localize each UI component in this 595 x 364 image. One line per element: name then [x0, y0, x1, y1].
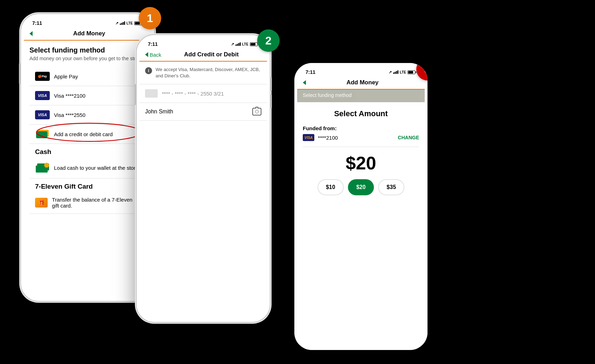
phone-1-screen: 7:11 ↗ LTE Add	[24, 18, 151, 297]
volume-down-btn-2	[271, 94, 272, 108]
nav-bar-2: Back Add Credit or Debit	[139, 48, 267, 62]
cash-icon	[35, 162, 50, 173]
camera-icon[interactable]	[252, 108, 261, 115]
amount-35-btn[interactable]: $35	[378, 179, 404, 195]
section-heading: Select funding method	[29, 46, 146, 54]
back-chevron-icon-2	[145, 52, 148, 57]
cash-label: Load cash to your wallet at the store.	[54, 165, 140, 171]
cash-item[interactable]: Load cash to your wallet at the store.	[29, 157, 146, 178]
lte-label-3: LTE	[400, 70, 406, 74]
card-number-row[interactable]: **** - **** - **** - 2550 3/21	[139, 84, 267, 103]
visa-2550-item[interactable]: VISA Visa ****2550	[29, 105, 146, 125]
status-icons: ↗ LTE	[115, 21, 143, 26]
cash-section-header: Cash	[29, 144, 146, 157]
signal-bar-4	[124, 21, 125, 25]
gift-item[interactable]: 🎁 Transfer the balance of a 7-Eleven gif…	[29, 192, 146, 214]
screen-content-2: i We accept Visa, Mastercard, Discover, …	[139, 62, 267, 121]
location-icon-3: ↗	[389, 70, 392, 75]
back-label: Back	[150, 52, 161, 58]
phone-1: 7:11 ↗ LTE Add	[21, 14, 154, 301]
time: 7:11	[32, 20, 42, 26]
location-icon: ↗	[115, 21, 118, 26]
amount-20-btn[interactable]: $20	[348, 179, 374, 195]
cardholder-name-row[interactable]: John Smith	[139, 103, 267, 121]
select-amount-section: Select Amount Funded from: VISA ****2100…	[297, 102, 425, 201]
back-button[interactable]: Back	[145, 52, 161, 58]
lte-label: LTE	[126, 21, 133, 25]
phone-3-screen: 7:11 ↗ LTE Add	[297, 67, 425, 346]
notch	[67, 18, 109, 27]
gray-header: Select funding method	[297, 90, 425, 102]
apple-pay-item[interactable]: 🍎Pay Apple Pay	[29, 67, 146, 86]
amount-display: $20	[303, 153, 419, 174]
apple-pay-label: Apple Pay	[54, 74, 78, 79]
signal-bars-3	[393, 70, 398, 74]
signal-bar-1	[120, 23, 121, 25]
apple-pay-icon: 🍎Pay	[35, 72, 50, 81]
add-card-icon	[35, 130, 50, 139]
step-3-badge: 3	[416, 58, 439, 80]
step-2-badge: 2	[257, 29, 280, 52]
visa-2100-icon: VISA	[35, 91, 50, 100]
back-chevron-icon-3[interactable]	[303, 80, 306, 85]
signal-bars-2	[235, 42, 241, 46]
visa-2550-label: Visa ****2550	[54, 112, 86, 118]
amount-10-btn[interactable]: $10	[317, 179, 344, 195]
funded-from: Funded from: VISA ****2100 CHANGE	[303, 125, 419, 147]
phone-2-screen: 7:11 ↗ LTE	[139, 39, 267, 318]
status-icons-3: ↗ LTE	[389, 70, 416, 75]
visa-2100-label: Visa ****2100	[54, 93, 86, 99]
visa-funded-icon: VISA	[303, 134, 314, 141]
volume-down-btn-3	[428, 122, 430, 136]
gift-label: Transfer the balance of a 7-Eleven gift …	[52, 197, 140, 209]
gift-section-header: 7-Eleven Gift Card	[29, 178, 146, 192]
change-button[interactable]: CHANGE	[398, 135, 419, 140]
nav-bar: Add Money	[24, 27, 151, 41]
select-amount-title: Select Amount	[303, 109, 419, 118]
phone-3: 7:11 ↗ LTE Add	[294, 63, 428, 350]
card-number-field: **** - **** - **** - 2550 3/21	[162, 91, 261, 97]
signal-bar-3	[123, 22, 124, 25]
funded-row: VISA ****2100 CHANGE	[303, 134, 419, 141]
visa-2100-item[interactable]: VISA Visa ****2100	[29, 86, 146, 105]
signal-bars	[120, 21, 125, 25]
back-chevron-icon[interactable]	[29, 31, 33, 36]
notch-3	[340, 67, 382, 76]
funding-list: 🍎Pay Apple Pay VISA Visa ****2100 VISA	[29, 67, 146, 144]
nav-title-2: Add Credit or Debit	[161, 51, 261, 58]
power-btn	[19, 63, 20, 84]
power-btn-2	[135, 84, 136, 105]
info-box: i We accept Visa, Mastercard, Discover, …	[139, 62, 267, 84]
gray-header-text: Select funding method	[303, 92, 351, 98]
add-card-label: Add a credit or debit card	[54, 131, 113, 137]
step-1-badge: 1	[139, 7, 161, 29]
nav-title: Add Money	[33, 30, 146, 37]
signal-bar-2	[121, 23, 122, 25]
lte-label-2: LTE	[242, 42, 248, 46]
nav-bar-3: Add Money	[297, 76, 425, 90]
funded-card-number: ****2100	[318, 135, 394, 141]
screen-content: Select funding method Add money on your …	[24, 41, 151, 219]
visa-2550-icon: VISA	[35, 110, 50, 119]
card-placeholder-icon	[145, 89, 158, 98]
time-3: 7:11	[306, 69, 315, 75]
info-icon: i	[145, 67, 152, 74]
section-subtitle: Add money on your own before you get to …	[29, 56, 146, 61]
location-icon-2: ↗	[231, 42, 234, 47]
status-icons-2: ↗ LTE	[231, 42, 259, 47]
phone-2: 7:11 ↗ LTE	[137, 35, 270, 322]
battery-3	[408, 70, 416, 74]
nav-title-3: Add Money	[306, 79, 419, 86]
add-card-item[interactable]: Add a credit or debit card	[29, 125, 146, 144]
notch-2	[182, 39, 224, 48]
cardholder-name-field: John Smith	[145, 108, 252, 115]
amount-buttons: $10 $20 $35	[303, 179, 419, 195]
time-2: 7:11	[148, 41, 158, 47]
volume-up-btn-2	[271, 77, 272, 91]
gift-icon: 🎁	[35, 198, 48, 208]
camera-notch	[255, 107, 258, 108]
volume-up-btn-3	[428, 105, 430, 119]
info-text: We accept Visa, Mastercard, Discover, AM…	[156, 66, 261, 79]
funded-label: Funded from:	[303, 125, 419, 131]
power-btn-3	[292, 112, 294, 133]
